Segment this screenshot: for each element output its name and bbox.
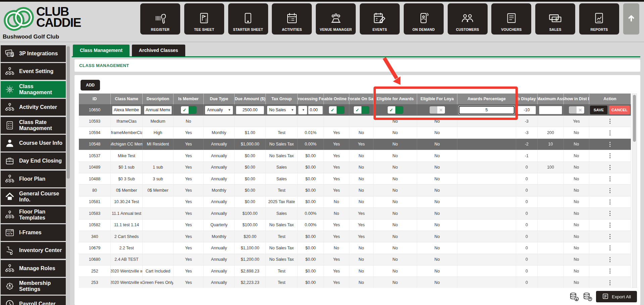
- table-row-10594[interactable]: 10594IframeMemberClaHighYesMonthly$1.00T…: [79, 127, 631, 138]
- row-actions-menu-icon[interactable]: ⋮: [607, 268, 613, 274]
- table-row-10548[interactable]: 10548Michigan CC MemMI ResidentYesAnnual…: [79, 139, 631, 150]
- nav-starter-sheet-button[interactable]: STARTER SHEET: [228, 3, 268, 35]
- row-actions-menu-icon[interactable]: ⋮: [607, 153, 613, 159]
- sidebar-scrollbar-thumb[interactable]: [67, 46, 70, 179]
- column-header-is-member[interactable]: Is Member: [174, 94, 204, 104]
- table-row-10680[interactable]: 106802.4 AB TESTYesAnnually$1,200.00No S…: [79, 254, 631, 265]
- table-row-340[interactable]: 3402 Cart ShedsYesMonthly$20.00Test$0.00…: [79, 231, 631, 242]
- sidebar-item-inventory-center[interactable]: Inventory Center: [1, 242, 66, 259]
- sidebar-item-manage-roles[interactable]: Manage Roles: [1, 260, 66, 277]
- sidebar-scrollbar[interactable]: [66, 45, 70, 305]
- is-member-toggle[interactable]: ✓: [181, 106, 196, 114]
- row-actions-menu-icon[interactable]: ⋮: [607, 141, 613, 147]
- maximum-assignment-input[interactable]: [539, 106, 562, 114]
- table-row-10593[interactable]: 10593IframeClasMediumNoNoNo-3Yes⋮: [79, 116, 631, 127]
- show-in-dist-toggle[interactable]: ✕: [569, 106, 584, 114]
- table-scrollbar-thumb[interactable]: [633, 95, 636, 142]
- table-row-10582[interactable]: 1058211.1 test 1.14YesQuarterly$100.00No…: [79, 220, 631, 231]
- column-header-show-in-dist-e[interactable]: Show in Dist E: [564, 94, 589, 104]
- eligible-for-loyalty-toggle[interactable]: ✕: [430, 106, 445, 114]
- column-header-id[interactable]: ID: [79, 94, 111, 104]
- sidebar-item-course-user-info[interactable]: Course User Info: [1, 135, 66, 151]
- column-header-due-amount[interactable]: Due Amount ($): [235, 94, 266, 104]
- nav-on-demand-button[interactable]: ON DEMAND: [404, 3, 444, 35]
- scroll-top-button[interactable]: [623, 3, 639, 35]
- column-header-description[interactable]: Description: [143, 94, 174, 104]
- cancel-button[interactable]: CANCEL: [609, 106, 630, 114]
- row-actions-menu-icon[interactable]: ⋮: [607, 165, 613, 170]
- nav-customers-button[interactable]: CUSTOMERS: [448, 3, 488, 35]
- tax-group-select[interactable]: No Sales▼: [267, 106, 296, 114]
- column-header-eligible-for-awards[interactable]: Eligible for Awards: [374, 94, 417, 104]
- row-actions-menu-icon[interactable]: ⋮: [607, 257, 613, 262]
- column-header-prorate-on-sale[interactable]: Prorate On Sale: [349, 94, 374, 104]
- row-actions-menu-icon[interactable]: ⋮: [607, 199, 613, 205]
- column-header-lub-display-s[interactable]: lub Display S: [516, 94, 538, 104]
- processing-fee-input[interactable]: [308, 106, 323, 114]
- eligible-for-awards-toggle[interactable]: ✓: [388, 106, 403, 114]
- column-header-processing-fee[interactable]: Processing Fee: [298, 94, 324, 104]
- row-actions-menu-icon[interactable]: ⋮: [607, 176, 613, 182]
- table-row-10489[interactable]: 10489$0 1 sub1 subYesAnnually$0.00Sales$…: [79, 162, 631, 173]
- sidebar-item-i-frames[interactable]: </>I-Frames: [1, 224, 66, 241]
- due-type-select[interactable]: Annually▼: [205, 106, 233, 114]
- column-header-action[interactable]: Action: [589, 94, 631, 104]
- sidebar-item-activity-center[interactable]: Activity Center: [1, 99, 66, 116]
- export-data-icon[interactable]: [569, 292, 579, 302]
- table-row-10583[interactable]: 1058311.1 Annual testYesAnnually$100.00S…: [79, 208, 631, 219]
- column-header-class-name[interactable]: Class Name: [111, 94, 143, 104]
- row-actions-menu-icon[interactable]: ⋮: [607, 222, 613, 228]
- nav-sales-button[interactable]: $SALES: [535, 3, 575, 35]
- table-row-253[interactable]: 2532020 Wentzville wGreen Fees OnlyYesAn…: [79, 277, 631, 288]
- sidebar-item-class-rate-management[interactable]: Class Rate Management: [1, 117, 66, 134]
- club-display-input[interactable]: [517, 106, 536, 114]
- table-scrollbar[interactable]: [632, 94, 637, 288]
- tab-class-management[interactable]: Class Management: [73, 45, 130, 56]
- edit-row-10650[interactable]: 10650✓Annually▼No Sales▼▼✓✓✓✕✕SAVECANCEL: [79, 104, 631, 116]
- table-row-10581[interactable]: 1058110.30.24 TestYesAnnually$0.002025 T…: [79, 196, 631, 208]
- add-button[interactable]: ADD: [81, 80, 100, 90]
- sidebar-item-event-setting[interactable]: Event Setting: [1, 63, 66, 80]
- row-actions-menu-icon[interactable]: ⋮: [607, 280, 613, 286]
- sidebar-item-general-course-info[interactable]: General Course Info.: [1, 188, 66, 205]
- sidebar-item-floor-plan[interactable]: Floor Plan: [1, 171, 66, 187]
- row-actions-menu-icon[interactable]: ⋮: [607, 234, 613, 239]
- sidebar-item-class-management[interactable]: Class Management: [1, 81, 66, 98]
- prorate-on-sale-toggle[interactable]: ✓: [354, 106, 369, 114]
- table-row-10488[interactable]: 10488$0 3 Sub3 subYesAnnually$0.00Sales$…: [79, 173, 631, 185]
- tab-archived-classes[interactable]: Archived Classes: [132, 45, 185, 56]
- nav-vouchers-button[interactable]: VOUCHERS: [491, 3, 531, 35]
- row-actions-menu-icon[interactable]: ⋮: [607, 118, 613, 124]
- sidebar-item-payroll-center[interactable]: Payroll Center: [1, 296, 66, 305]
- enable-online-sale-toggle[interactable]: ✓: [329, 106, 344, 114]
- fee-type-select[interactable]: ▼: [298, 106, 307, 114]
- nav-activities-button[interactable]: ACTIVITIES: [272, 3, 312, 35]
- nav-venue-manager-button[interactable]: VENUE MANAGER: [316, 3, 356, 35]
- row-actions-menu-icon[interactable]: ⋮: [607, 245, 613, 251]
- row-actions-menu-icon[interactable]: ⋮: [607, 210, 613, 216]
- class-name-input[interactable]: [112, 106, 141, 114]
- due-amount-input[interactable]: [236, 106, 264, 114]
- column-header-tax-group[interactable]: Tax Group: [266, 94, 298, 104]
- table-row-10679[interactable]: 106792.2 TestYesAnnually$1,100.00No Sale…: [79, 242, 631, 254]
- table-row-10537[interactable]: 10537Mike TestYesAnnually$0.00No Sales T…: [79, 150, 631, 162]
- row-actions-menu-icon[interactable]: ⋮: [607, 188, 613, 193]
- column-header-awards-percentage[interactable]: Awards Percentage: [457, 94, 516, 104]
- sidebar-item-membership-settings[interactable]: Membership Settings: [1, 278, 66, 295]
- sidebar-item-floor-plan-templates[interactable]: Floor Plan Templates: [1, 206, 66, 223]
- column-header-enable-online-sal[interactable]: Enable Online Sal: [324, 94, 349, 104]
- export-all-button[interactable]: Export All: [596, 291, 637, 302]
- nav-events-button[interactable]: EVENTS: [360, 3, 400, 35]
- description-input[interactable]: [144, 106, 172, 114]
- nav-reports-button[interactable]: REPORTS: [579, 3, 619, 35]
- sidebar-item-day-end-closing[interactable]: Day End Closing: [1, 152, 66, 169]
- nav-register-button[interactable]: REGISTER: [140, 3, 180, 35]
- awards-percentage-input[interactable]: [459, 106, 514, 114]
- save-button[interactable]: SAVE: [590, 106, 607, 114]
- column-header-maximum-ass[interactable]: Maximum Ass: [538, 94, 564, 104]
- sidebar-item-3p-integrations[interactable]: $3P Integrations: [1, 45, 66, 62]
- column-header-eligible-for-loya[interactable]: Eligible For Loya: [417, 94, 457, 104]
- column-header-due-type[interactable]: Due Type: [204, 94, 235, 104]
- import-data-icon[interactable]: [583, 292, 593, 302]
- table-row-252[interactable]: 2522020 Wentzville wCart IncludedYesAnnu…: [79, 265, 631, 277]
